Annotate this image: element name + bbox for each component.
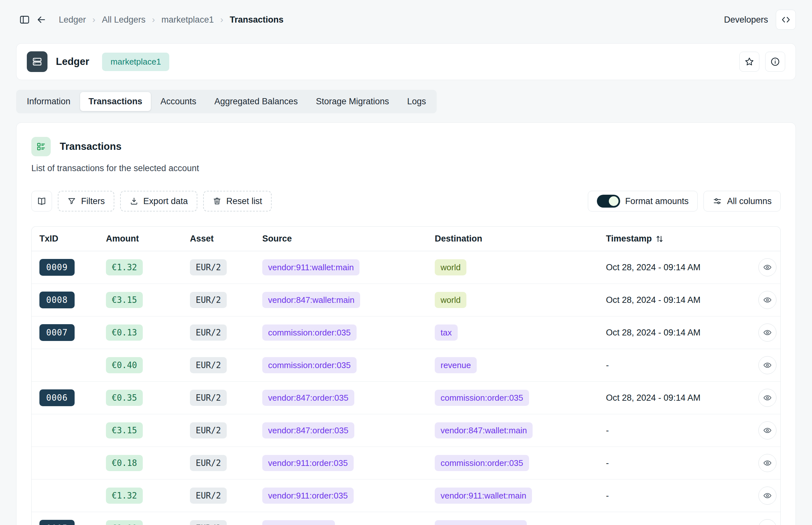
view-transaction-button[interactable] (758, 291, 777, 309)
table-row[interactable]: 0009 €1.32 EUR/2 vendor:911:wallet:main … (32, 251, 780, 284)
breadcrumb-item-ledger[interactable]: Ledger (59, 15, 86, 25)
amount-badge: €0.40 (106, 357, 143, 373)
filters-label: Filters (81, 196, 105, 206)
source-badge[interactable]: vendor:847:wallet:main (262, 292, 360, 308)
destination-badge[interactable]: commission:order:035 (435, 455, 529, 471)
table-header-row: TxID Amount Asset Source Destination Tim… (32, 227, 780, 251)
breadcrumb-item-transactions: Transactions (230, 15, 284, 25)
transactions-table-body: 0009 €1.32 EUR/2 vendor:911:wallet:main … (32, 251, 780, 525)
source-badge[interactable]: vendor:911:wallet:main (262, 259, 359, 275)
breadcrumb-item-all-ledgers[interactable]: All Ledgers (102, 15, 145, 25)
eye-icon (763, 263, 772, 272)
destination-badge[interactable]: world (435, 259, 467, 275)
asset-badge: EUR/2 (190, 325, 227, 341)
amount-badge: €1.00 (106, 520, 143, 525)
table-row[interactable]: 0008 €3.15 EUR/2 vendor:847:wallet:main … (32, 284, 780, 316)
all-columns-button[interactable]: All columns (704, 191, 781, 211)
table-row[interactable]: €3.15 EUR/2 vendor:847:order:035 vendor:… (32, 414, 780, 447)
view-transaction-button[interactable] (758, 421, 777, 439)
table-row[interactable]: 0005 €1.00 EUR/2 order:035:item:1 vendor… (32, 512, 780, 525)
source-badge[interactable]: commission:order:035 (262, 325, 357, 341)
asset-badge: EUR/2 (190, 455, 227, 471)
breadcrumb-item-marketplace1[interactable]: marketplace1 (162, 15, 214, 25)
ledger-tabs: Information Transactions Accounts Aggreg… (16, 90, 437, 113)
destination-badge[interactable]: commission:order:035 (435, 390, 529, 406)
source-badge[interactable]: vendor:911:order:035 (262, 487, 354, 504)
txid-badge[interactable]: 0009 (40, 259, 75, 276)
developer-console-button[interactable] (776, 10, 796, 30)
sidebar-toggle-button[interactable] (16, 11, 33, 28)
column-header-txid: TxID (40, 234, 106, 244)
chevron-right-icon: › (220, 15, 223, 25)
transactions-icon (31, 137, 51, 156)
export-data-button[interactable]: Export data (120, 191, 197, 211)
table-row[interactable]: €0.40 EUR/2 commission:order:035 revenue… (32, 349, 780, 381)
all-columns-label: All columns (727, 196, 772, 206)
docs-button[interactable] (31, 191, 52, 211)
eye-icon (763, 524, 772, 525)
view-transaction-button[interactable] (758, 486, 777, 505)
source-badge[interactable]: commission:order:035 (262, 357, 357, 373)
destination-badge[interactable]: tax (435, 325, 458, 341)
info-button[interactable] (765, 52, 785, 72)
source-badge[interactable]: order:035:item:1 (262, 520, 335, 525)
column-header-timestamp[interactable]: Timestamp (606, 234, 744, 244)
tab-logs[interactable]: Logs (399, 92, 435, 111)
view-transaction-button[interactable] (758, 389, 777, 407)
view-transaction-button[interactable] (758, 324, 777, 342)
view-transaction-button[interactable] (758, 519, 777, 525)
chevron-right-icon: › (92, 15, 95, 25)
timestamp-header-label: Timestamp (606, 234, 652, 244)
timestamp-cell: Oct 28, 2024 - 09:14 AM (606, 262, 744, 272)
tab-accounts[interactable]: Accounts (152, 92, 205, 111)
asset-badge: EUR/2 (190, 487, 227, 504)
source-badge[interactable]: vendor:847:order:035 (262, 390, 354, 406)
txid-badge[interactable]: 0007 (40, 324, 75, 341)
view-transaction-button[interactable] (758, 454, 777, 472)
eye-icon (763, 459, 772, 467)
asset-badge: EUR/2 (190, 259, 227, 275)
view-transaction-button[interactable] (758, 356, 777, 374)
tab-transactions[interactable]: Transactions (80, 92, 151, 111)
txid-badge[interactable]: 0006 (40, 389, 75, 406)
sidebar-panel-icon (19, 14, 30, 25)
tab-storage-migrations[interactable]: Storage Migrations (308, 92, 398, 111)
amount-badge: €3.15 (106, 292, 143, 308)
tab-aggregated-balances[interactable]: Aggregated Balances (206, 92, 306, 111)
eye-icon (763, 296, 772, 304)
format-amounts-label: Format amounts (625, 196, 689, 206)
topbar: Ledger › All Ledgers › marketplace1 › Tr… (0, 0, 812, 40)
favorite-button[interactable] (739, 52, 759, 72)
table-row[interactable]: €0.18 EUR/2 vendor:911:order:035 commiss… (32, 447, 780, 479)
developers-link[interactable]: Developers (724, 15, 768, 25)
txid-badge[interactable]: 0008 (40, 291, 75, 308)
sliders-icon (712, 196, 722, 206)
sort-icon[interactable] (655, 235, 664, 243)
timestamp-cell: Oct 28, 2024 - 09:14 AM (606, 393, 744, 403)
format-amounts-toggle[interactable]: Format amounts (588, 191, 698, 211)
txid-badge[interactable]: 0005 (40, 520, 75, 525)
destination-badge[interactable]: world (435, 292, 467, 308)
destination-badge[interactable]: vendor:911:wallet:main (435, 487, 532, 504)
star-icon (744, 57, 754, 67)
table-row[interactable]: 0006 €0.35 EUR/2 vendor:847:order:035 co… (32, 381, 780, 414)
destination-badge[interactable]: vendor:847:wallet:main (435, 422, 533, 438)
panel-title: Transactions (60, 141, 121, 152)
view-transaction-button[interactable] (758, 258, 777, 276)
back-button[interactable] (33, 11, 50, 28)
asset-badge: EUR/2 (190, 357, 227, 373)
source-badge[interactable]: vendor:911:order:035 (262, 455, 354, 471)
trash-icon (212, 197, 222, 206)
timestamp-cell: - (606, 360, 744, 370)
eye-icon (763, 491, 772, 500)
filters-button[interactable]: Filters (58, 191, 114, 211)
destination-badge[interactable]: revenue (435, 357, 477, 373)
timestamp-cell: - (606, 458, 744, 468)
column-header-asset: Asset (190, 234, 262, 244)
tab-information[interactable]: Information (18, 92, 79, 111)
reset-list-button[interactable]: Reset list (203, 191, 272, 211)
table-row[interactable]: €1.32 EUR/2 vendor:911:order:035 vendor:… (32, 479, 780, 512)
table-row[interactable]: 0007 €0.13 EUR/2 commission:order:035 ta… (32, 316, 780, 349)
source-badge[interactable]: vendor:847:order:035 (262, 422, 354, 438)
destination-badge[interactable]: vendor:847:order:035 (435, 520, 527, 525)
